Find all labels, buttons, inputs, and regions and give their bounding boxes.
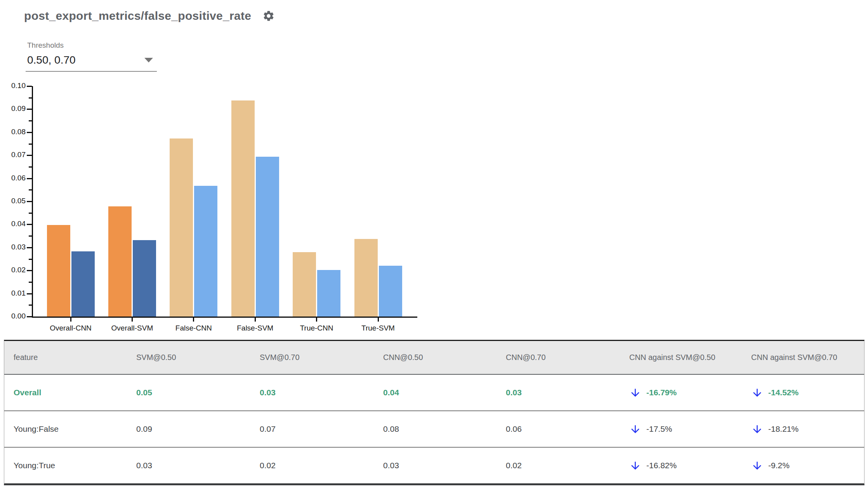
y-axis-line bbox=[32, 86, 33, 318]
x-axis-label: False-CNN bbox=[163, 324, 224, 332]
x-axis-label: True-CNN bbox=[286, 324, 347, 332]
bar-True-CNN-threshold-0.70[interactable] bbox=[317, 270, 340, 317]
y-axis-tick bbox=[29, 259, 32, 260]
delta-value: -16.82% bbox=[646, 461, 677, 470]
delta-cell: -17.5% bbox=[629, 423, 751, 435]
metric-value-cell: 0.07 bbox=[260, 424, 383, 434]
y-axis-tick bbox=[27, 178, 32, 179]
bar-Overall-CNN-threshold-0.50[interactable] bbox=[47, 225, 70, 317]
table-header-row: feature SVM@0.50 SVM@0.70 CNN@0.50 CNN@0… bbox=[4, 341, 864, 375]
table-body: Overall0.050.030.040.03-16.79%-14.52%You… bbox=[4, 375, 864, 483]
metric-value-cell: 0.09 bbox=[136, 424, 260, 434]
x-axis-tick bbox=[255, 318, 256, 322]
x-axis-label: True-SVM bbox=[347, 324, 409, 332]
metric-value-cell: 0.06 bbox=[506, 424, 629, 434]
delta-cell: -18.21% bbox=[751, 423, 864, 435]
y-axis-tick bbox=[29, 235, 32, 237]
delta-cell: -14.52% bbox=[751, 387, 864, 399]
y-axis-tick-label: 0.08 bbox=[0, 128, 26, 136]
y-axis-tick bbox=[29, 144, 32, 145]
y-axis-tick-label: 0.06 bbox=[0, 174, 26, 182]
metrics-table: feature SVM@0.50 SVM@0.70 CNN@0.50 CNN@0… bbox=[4, 340, 865, 485]
arrow-down-icon bbox=[751, 460, 763, 472]
delta-value: -9.2% bbox=[768, 461, 790, 470]
arrow-down-icon bbox=[751, 423, 763, 435]
x-axis-tick bbox=[316, 318, 317, 322]
settings-icon bbox=[262, 10, 275, 22]
x-axis-label: False-SVM bbox=[224, 324, 286, 332]
y-axis-tick bbox=[27, 109, 32, 110]
bar-True-CNN-threshold-0.50[interactable] bbox=[293, 252, 316, 317]
bar-False-SVM-threshold-0.50[interactable] bbox=[231, 100, 255, 317]
y-axis-tick-label: 0.02 bbox=[0, 266, 26, 274]
y-axis-tick bbox=[27, 293, 32, 294]
bar-False-CNN-threshold-0.50[interactable] bbox=[170, 138, 193, 317]
y-axis-tick bbox=[29, 213, 32, 214]
y-axis-tick bbox=[29, 97, 32, 99]
table-row-Overall[interactable]: Overall0.050.030.040.03-16.79%-14.52% bbox=[4, 375, 864, 411]
delta-cell: -9.2% bbox=[751, 460, 864, 472]
thresholds-dropdown[interactable]: 0.50, 0.70 bbox=[26, 52, 157, 72]
x-axis-label: Overall-SVM bbox=[101, 324, 163, 332]
y-axis-tick-label: 0.03 bbox=[0, 243, 26, 251]
feature-cell: Young:False bbox=[14, 424, 136, 434]
y-axis-tick bbox=[27, 270, 32, 271]
x-axis-tick bbox=[70, 318, 71, 322]
metric-panel-header: post_export_metrics/false_positive_rate bbox=[24, 9, 275, 22]
y-axis-tick bbox=[27, 201, 32, 202]
y-axis-tick bbox=[29, 120, 32, 121]
delta-cell: -16.82% bbox=[629, 460, 751, 472]
bar-False-SVM-threshold-0.70[interactable] bbox=[256, 157, 279, 317]
column-header-cnn-050: CNN@0.50 bbox=[383, 353, 506, 362]
bar-True-SVM-threshold-0.50[interactable] bbox=[354, 239, 378, 317]
x-axis-tick bbox=[378, 318, 379, 322]
y-axis-tick bbox=[27, 247, 32, 248]
table-row-Young:False[interactable]: Young:False0.090.070.080.06-17.5%-18.21% bbox=[4, 411, 864, 448]
y-axis-tick bbox=[29, 166, 32, 168]
settings-button[interactable] bbox=[262, 9, 275, 22]
page-title: post_export_metrics/false_positive_rate bbox=[24, 9, 251, 22]
thresholds-control: Thresholds 0.50, 0.70 bbox=[26, 41, 157, 72]
column-header-cnn-070: CNN@0.70 bbox=[506, 353, 629, 362]
metric-value-cell: 0.03 bbox=[136, 461, 260, 470]
delta-value: -18.21% bbox=[768, 424, 799, 434]
column-header-cnn-vs-svm-050: CNN against SVM@0.50 bbox=[629, 353, 751, 362]
y-axis-tick bbox=[27, 132, 32, 133]
bar-Overall-CNN-threshold-0.70[interactable] bbox=[71, 251, 95, 317]
column-header-svm-070: SVM@0.70 bbox=[260, 353, 383, 362]
y-axis-tick-label: 0.05 bbox=[0, 197, 26, 205]
y-axis-tick bbox=[29, 189, 32, 190]
x-axis-line bbox=[32, 317, 417, 318]
arrow-down-icon bbox=[629, 423, 641, 435]
bar-False-CNN-threshold-0.70[interactable] bbox=[194, 186, 217, 317]
feature-cell: Overall bbox=[14, 388, 136, 397]
y-axis-tick bbox=[29, 305, 32, 306]
bar-Overall-SVM-threshold-0.50[interactable] bbox=[108, 206, 132, 317]
y-axis-tick-label: 0.10 bbox=[0, 81, 26, 90]
metric-value-cell: 0.03 bbox=[383, 461, 506, 470]
metric-value-cell: 0.05 bbox=[136, 388, 260, 397]
bar-True-SVM-threshold-0.70[interactable] bbox=[379, 266, 402, 317]
y-axis-tick bbox=[27, 316, 32, 317]
y-axis-tick-label: 0.09 bbox=[0, 104, 26, 113]
y-axis-tick-label: 0.00 bbox=[0, 312, 26, 320]
column-header-cnn-vs-svm-070: CNN against SVM@0.70 bbox=[751, 353, 864, 362]
thresholds-label: Thresholds bbox=[26, 41, 157, 50]
delta-cell: -16.79% bbox=[629, 387, 751, 399]
metric-value-cell: 0.03 bbox=[260, 388, 383, 397]
arrow-down-icon bbox=[629, 460, 641, 472]
y-axis-tick-label: 0.01 bbox=[0, 289, 26, 298]
y-axis-tick-label: 0.07 bbox=[0, 151, 26, 159]
y-axis-tick bbox=[27, 224, 32, 225]
table-row-Young:True[interactable]: Young:True0.030.020.030.02-16.82%-9.2% bbox=[4, 448, 864, 483]
column-header-feature: feature bbox=[14, 353, 136, 362]
bar-Overall-SVM-threshold-0.70[interactable] bbox=[133, 240, 156, 317]
feature-cell: Young:True bbox=[14, 461, 136, 470]
thresholds-value: 0.50, 0.70 bbox=[27, 54, 76, 66]
delta-value: -14.52% bbox=[768, 388, 799, 397]
chevron-down-icon bbox=[144, 58, 153, 62]
delta-value: -17.5% bbox=[646, 424, 672, 434]
x-axis-tick bbox=[132, 318, 133, 322]
metric-value-cell: 0.08 bbox=[383, 424, 506, 434]
delta-value: -16.79% bbox=[646, 388, 677, 397]
